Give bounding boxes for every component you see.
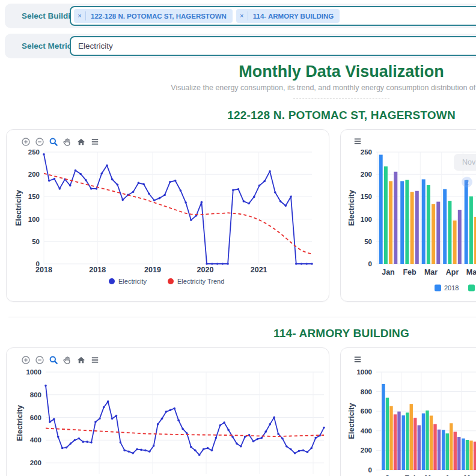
series-electricity: [44, 154, 312, 264]
bar-2018-Jan[interactable]: [382, 384, 385, 470]
y-axis-title: Electricity: [14, 190, 23, 226]
select-metric-label: Select Metric: [22, 34, 72, 58]
bar-chart-card-2: 02004006008001000ElectricityJanFebMarApr…: [340, 347, 476, 476]
zoom-select-icon[interactable]: [47, 355, 60, 367]
plotly-modebar: [20, 355, 101, 367]
bar-2020-Jan[interactable]: [389, 181, 392, 264]
subtitle-divider: [293, 98, 389, 99]
bar-2021-Mar[interactable]: [433, 424, 436, 470]
x-category-label: Jan: [382, 268, 395, 276]
line-chart-svg[interactable]: 050100150200250Electricity20182018201920…: [7, 130, 329, 301]
bar-2021-Mar[interactable]: [436, 202, 440, 264]
bar-2018-Jan[interactable]: [379, 154, 383, 264]
metric-selected-value: Electricity: [78, 37, 113, 55]
building-chip-row: × 122-128 N. POTOMAC ST, HAGERSTOWN × 11…: [74, 9, 340, 23]
zoom-in-icon[interactable]: [20, 355, 32, 367]
menu-icon[interactable]: [89, 355, 101, 367]
building-chip[interactable]: × 114- ARMORY BUILDING: [236, 9, 340, 23]
building-multiselect[interactable]: × 122-128 N. POTOMAC ST, HAGERSTOWN × 11…: [70, 6, 476, 26]
y-tick-label: 50: [32, 238, 40, 245]
bar-chart-svg[interactable]: 02004006008001000ElectricityJanFebMarApr…: [341, 348, 476, 476]
bar-2020-Mar[interactable]: [432, 204, 435, 264]
bar-2018-Feb[interactable]: [402, 415, 405, 470]
bar-2021-Feb[interactable]: [415, 191, 419, 264]
bar-2019-Feb[interactable]: [406, 412, 409, 470]
menu-icon[interactable]: [352, 136, 364, 148]
bar-2022-Feb[interactable]: [418, 426, 421, 470]
y-tick-label: 100: [361, 216, 372, 223]
section-divider: [8, 317, 476, 317]
chip-remove-icon[interactable]: ×: [74, 11, 86, 20]
building-chip[interactable]: × 122-128 N. POTOMAC ST, HAGERSTOWN: [74, 9, 233, 23]
bar-2020-May[interactable]: [469, 441, 472, 470]
legend-swatch[interactable]: [435, 285, 441, 291]
home-reset-icon[interactable]: [75, 355, 87, 367]
bar-2019-Apr[interactable]: [448, 201, 451, 264]
bar-2018-Apr[interactable]: [443, 189, 447, 264]
legend-swatch[interactable]: [168, 278, 174, 284]
bar-2020-Mar[interactable]: [430, 416, 433, 470]
bar-2019-Jan[interactable]: [384, 166, 388, 264]
x-category-label: Mar: [424, 268, 438, 276]
y-tick-label: 100: [28, 216, 40, 223]
legend-label: Electricity: [118, 278, 147, 285]
bar-2018-Feb[interactable]: [400, 181, 404, 264]
bar-2018-May[interactable]: [465, 180, 468, 264]
select-metric-row: Select Metric Electricity: [5, 34, 476, 58]
section-heading-building-1: 122-128 N. POTOMAC ST, HAGERSTOWN: [0, 109, 476, 122]
electricity-line-chart-1[interactable]: 050100150200250Electricity20182018201920…: [7, 130, 329, 304]
bar-2021-Feb[interactable]: [413, 418, 416, 470]
home-reset-icon[interactable]: [75, 136, 87, 148]
y-tick-label: 1000: [356, 368, 372, 376]
bar-2019-Mar[interactable]: [426, 410, 429, 470]
electricity-line-chart-2[interactable]: 2004006008001000Electricity: [7, 348, 329, 476]
bar-2021-Apr[interactable]: [458, 210, 462, 264]
bar-2018-Apr[interactable]: [442, 430, 445, 470]
bar-2020-Apr[interactable]: [453, 221, 457, 264]
electricity-bar-chart-2[interactable]: 02004006008001000ElectricityJanFebMarApr…: [341, 348, 476, 476]
bar-2018-Mar[interactable]: [422, 413, 425, 470]
bar-2019-Mar[interactable]: [427, 185, 430, 264]
bar-2021-Jan[interactable]: [394, 414, 397, 470]
bar-2020-Jan[interactable]: [389, 406, 392, 470]
zoom-out-icon[interactable]: [34, 136, 46, 148]
zoom-in-icon[interactable]: [20, 136, 32, 148]
bar-2020-Feb[interactable]: [410, 192, 414, 264]
legend-swatch[interactable]: [109, 278, 115, 284]
x-category-label: Apr: [446, 268, 459, 276]
pan-hand-icon[interactable]: [61, 136, 73, 148]
menu-icon[interactable]: [352, 354, 364, 366]
legend-swatch[interactable]: [468, 285, 475, 291]
zoom-select-icon[interactable]: [47, 136, 60, 148]
y-tick-label: 600: [361, 407, 372, 415]
bar-2019-Apr[interactable]: [446, 433, 449, 470]
bar-2022-Mar[interactable]: [438, 430, 441, 470]
bar-chart-card-1: Nov 2 050100150200250ElectricityJanFebMa…: [340, 129, 476, 302]
bar-2020-Apr[interactable]: [450, 423, 453, 470]
bar-2022-Jan[interactable]: [397, 412, 400, 470]
metric-select[interactable]: Electricity: [70, 36, 476, 56]
pan-hand-icon[interactable]: [61, 355, 73, 367]
bar-2018-May[interactable]: [462, 439, 465, 470]
y-tick-label: 0: [368, 466, 372, 474]
bar-2019-Feb[interactable]: [405, 180, 409, 264]
bar-2019-Jan[interactable]: [386, 398, 389, 470]
y-tick-label: 400: [30, 436, 41, 444]
bar-2021-Jan[interactable]: [394, 172, 397, 264]
series-electricity-trend: [46, 429, 324, 437]
bar-2018-Mar[interactable]: [422, 179, 426, 264]
select-building-row: Select Building × 122-128 N. POTOMAC ST,…: [5, 4, 476, 28]
bar-2020-Feb[interactable]: [410, 404, 413, 470]
chip-remove-icon[interactable]: ×: [236, 11, 248, 20]
bar-2019-May[interactable]: [466, 440, 469, 470]
y-tick-label: 600: [30, 414, 41, 421]
menu-icon[interactable]: [89, 136, 101, 148]
bar-2019-May[interactable]: [469, 197, 473, 264]
bar-2022-Apr[interactable]: [457, 437, 460, 470]
bar-2021-Apr[interactable]: [454, 432, 457, 470]
series-electricity: [46, 386, 324, 455]
zoom-out-icon[interactable]: [34, 355, 46, 367]
x-tick-label: 2021: [251, 266, 267, 274]
bar-2021-May[interactable]: [474, 442, 476, 470]
line-chart-svg[interactable]: 2004006008001000Electricity: [7, 348, 329, 476]
